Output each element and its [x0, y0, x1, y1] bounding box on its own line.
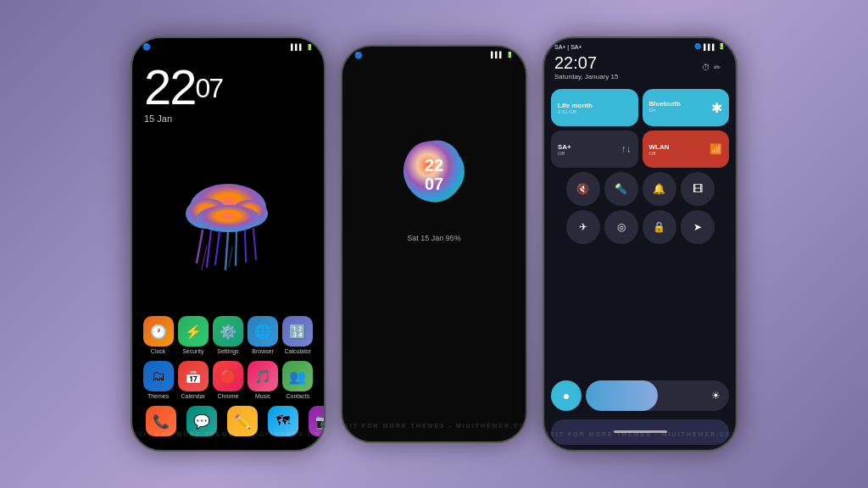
location-button[interactable]: ➤ — [681, 210, 715, 244]
lock-screen-info: Sat 15 Jan 95% — [407, 234, 461, 242]
wlan-tile[interactable]: WLAN Off 📶 — [643, 130, 730, 168]
cloud-svg — [164, 169, 292, 271]
cc-date: Saturday, January 15 — [554, 73, 618, 80]
list-item[interactable]: 🎵 Music — [247, 361, 279, 399]
app-label: Clock — [151, 348, 166, 354]
notification-button[interactable]: 🔔 — [643, 172, 676, 206]
control-center: SA+ | SA+ 🔵 ▌▌▌ 🔋 22:07 Saturday, Januar… — [544, 38, 736, 450]
network-icon: ↑↓ — [621, 143, 632, 155]
bluetooth-tile[interactable]: Bluetooth On ✱ — [643, 89, 730, 126]
data-usage-sub: 2.51 GB — [558, 109, 632, 114]
list-item[interactable]: 🔢 Calculator — [281, 316, 314, 354]
lock-button[interactable]: 🔒 — [643, 210, 676, 244]
cc-edit-icon[interactable]: ✏ — [714, 63, 721, 72]
location-icon: ➤ — [693, 221, 702, 233]
brightness-button[interactable]: ◎ — [604, 210, 638, 244]
list-item[interactable]: 🕐 Clock — [142, 316, 175, 354]
bluetooth-icon: ✱ — [711, 100, 722, 116]
list-item[interactable]: 👥 Contacts — [281, 361, 314, 399]
sun-icon: ☀ — [711, 390, 721, 402]
brightness-slider[interactable]: ☀ — [586, 380, 729, 411]
themes-icon: 🗂 — [143, 361, 174, 391]
list-item[interactable]: 🌐 Browser — [247, 316, 279, 354]
app-row-2: 🗂 Themes 📅 Calendar 🔴 Chrome 🎵 Music — [141, 361, 315, 399]
svg-line-10 — [253, 229, 256, 259]
svg-line-7 — [225, 232, 228, 269]
list-item[interactable]: ⚡ Security — [177, 316, 209, 354]
cc-small-row-2: ✈ ◎ 🔒 ➤ — [551, 210, 729, 244]
app-grid: 🕐 Clock ⚡ Security ⚙️ Settings 🌐 Browser — [132, 316, 324, 450]
calendar-icon: 📅 — [178, 361, 209, 391]
app-label: Calendar — [181, 393, 205, 399]
clock-hour: 22 — [144, 59, 196, 114]
svg-line-9 — [245, 230, 246, 262]
sa-sub: Off — [558, 151, 571, 156]
cc-tile-row-2: SA+ Off ↑↓ WLAN Off 📶 — [551, 130, 729, 168]
browser-icon: 🌐 — [248, 316, 278, 347]
clock-time: 2207 — [144, 63, 312, 112]
wlan-sub: Off — [649, 151, 670, 156]
settings-icon: ⚙️ — [213, 316, 243, 347]
blob-hour: 22 — [425, 156, 443, 175]
screenshot-button[interactable]: 🎞 — [681, 172, 715, 206]
contacts-icon: 👥 — [282, 361, 313, 391]
wifi-icon: 📶 — [709, 143, 722, 155]
phone-left: 🔵 ▌▌▌ 🔋 2207 15 Jan — [131, 36, 326, 452]
status-bar-left: 🔵 ▌▌▌ 🔋 — [132, 38, 324, 53]
mute-button[interactable]: 🔇 — [566, 172, 600, 206]
clock-date: 15 Jan — [144, 114, 312, 124]
music-icon: 🎵 — [248, 361, 278, 391]
slider-fill — [586, 380, 658, 411]
svg-line-8 — [236, 231, 236, 265]
list-item[interactable]: 📅 Calendar — [177, 361, 209, 399]
app-row-1: 🕐 Clock ⚡ Security ⚙️ Settings 🌐 Browser — [141, 316, 315, 354]
watermark: VISIT FOR MORE THEMES - MIUITHEMER.COM — [341, 423, 527, 429]
cc-time: 22:07 — [554, 53, 618, 73]
app-label: Security — [182, 348, 203, 354]
clock-icon: 🕐 — [143, 316, 174, 347]
media-icon: ● — [563, 389, 570, 402]
app-label: Music — [255, 393, 270, 399]
list-item[interactable]: 🔴 Chrome — [212, 361, 244, 399]
clock-minutes: 07 — [196, 75, 223, 102]
list-item[interactable]: 🗂 Themes — [142, 361, 175, 399]
bluetooth-label: Bluetooth — [649, 100, 681, 108]
cc-bt-icon: 🔵 — [694, 43, 702, 50]
status-left-icons: 🔵 — [142, 43, 151, 51]
signal-bars: ▌▌▌ — [491, 52, 504, 59]
cc-status-icons: 🔵 ▌▌▌ 🔋 — [694, 43, 726, 50]
bluetooth-sub: On — [649, 108, 681, 113]
blob-minute: 07 — [425, 175, 443, 193]
lock-screen: 🔵 ▌▌▌ 🔋 — [342, 47, 526, 441]
data-usage-tile[interactable]: Life month 2.51 GB — [551, 89, 638, 126]
media-button[interactable]: ● — [551, 380, 581, 411]
cc-tiles: Life month 2.51 GB Bluetooth On ✱ — [544, 86, 736, 377]
list-item[interactable]: ⚙️ Settings — [212, 316, 244, 354]
blob-clock: 22 07 — [392, 132, 476, 217]
flashlight-button[interactable]: 🔦 — [604, 172, 638, 206]
cc-time-row: 22:07 Saturday, January 15 ⏱ ✏ — [544, 52, 736, 86]
status-right-icons: ▌▌▌ 🔋 — [291, 44, 314, 51]
app-label: Calculator — [285, 348, 312, 354]
svg-line-12 — [229, 247, 232, 267]
cc-clock-icon[interactable]: ⏱ — [702, 63, 710, 72]
home-screen: 🔵 ▌▌▌ 🔋 2207 15 Jan — [132, 38, 324, 450]
center-status-left: 🔵 — [354, 52, 363, 59]
battery: 🔋 — [506, 52, 514, 59]
sa-plus-tile[interactable]: SA+ Off ↑↓ — [551, 130, 638, 168]
center-status-right: ▌▌▌ 🔋 — [491, 52, 514, 59]
phone-center: 🔵 ▌▌▌ 🔋 — [341, 45, 527, 443]
bell-icon: 🔔 — [653, 183, 665, 195]
app-label: Chrome — [218, 393, 239, 399]
airplane-icon: ✈ — [579, 221, 587, 233]
app-label: Contacts — [287, 393, 310, 399]
cc-bottom-bar: ● ☀ — [544, 377, 736, 418]
svg-line-11 — [202, 246, 207, 269]
cc-status-bar: SA+ | SA+ 🔵 ▌▌▌ 🔋 — [544, 38, 736, 52]
cc-time-block: 22:07 Saturday, January 15 — [554, 53, 618, 80]
clock-widget: 2207 15 Jan — [132, 53, 324, 124]
svg-line-4 — [197, 230, 203, 263]
watermark: VISIT FOR MORE THEMES - MIUITHEMER.COM — [542, 431, 737, 437]
cc-signal: ▌▌▌ — [704, 44, 716, 50]
airplane-button[interactable]: ✈ — [566, 210, 600, 244]
